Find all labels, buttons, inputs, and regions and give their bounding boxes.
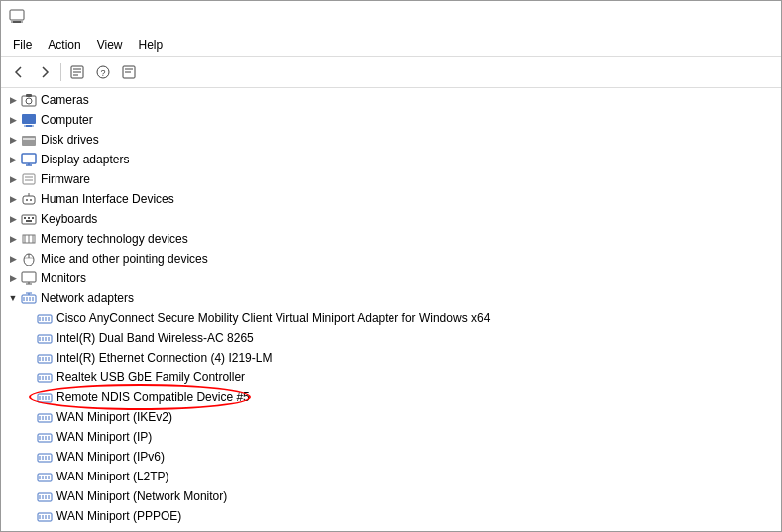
forward-button[interactable] xyxy=(33,60,56,84)
expand-arrow-realtek[interactable] xyxy=(21,370,37,385)
tree-item-wan-l2tp[interactable]: WAN Miniport (L2TP) xyxy=(1,467,781,486)
netcard-icon xyxy=(37,389,53,405)
expand-arrow-keyboards[interactable]: ▶ xyxy=(5,211,21,227)
tree-item-computer[interactable]: ▶Computer xyxy=(1,110,781,130)
item-label-hid: Human Interface Devices xyxy=(41,192,174,206)
expand-arrow-wan-ikev2[interactable] xyxy=(21,409,37,425)
expand-arrow-intel-wifi[interactable] xyxy=(21,330,37,346)
item-label-intel-eth: Intel(R) Ethernet Connection (4) I219-LM xyxy=(56,351,272,365)
expand-arrow-firmware[interactable]: ▶ xyxy=(5,171,21,187)
netcard-icon xyxy=(37,429,53,445)
expand-arrow-mice[interactable]: ▶ xyxy=(5,251,21,266)
tree-item-realtek[interactable]: Realtek USB GbE Family Controller xyxy=(1,368,781,387)
netcard-icon xyxy=(37,528,53,531)
expand-arrow-remote-ndis[interactable] xyxy=(21,389,37,405)
tree-item-cisco[interactable]: Cisco AnyConnect Secure Mobility Client … xyxy=(1,308,781,328)
camera-icon xyxy=(21,92,37,108)
tree-item-hid[interactable]: ▶Human Interface Devices xyxy=(1,189,781,209)
forward-icon xyxy=(38,65,52,79)
netcard-icon xyxy=(37,488,53,504)
tree-item-wan-pppoe[interactable]: WAN Miniport (PPPOE) xyxy=(1,506,781,526)
expand-arrow-display-adapters[interactable]: ▶ xyxy=(5,152,21,167)
expand-arrow-wan-pppoe[interactable] xyxy=(21,508,37,524)
svg-text:?: ? xyxy=(100,68,105,78)
tree-item-firmware[interactable]: ▶Firmware xyxy=(1,169,781,189)
hid-icon xyxy=(21,191,37,207)
tree-item-disk-drives[interactable]: ▶Disk drives xyxy=(1,130,781,150)
minimize-button[interactable] xyxy=(636,1,682,33)
computer-icon xyxy=(21,112,37,128)
item-label-disk-drives: Disk drives xyxy=(41,133,99,147)
item-label-cameras: Cameras xyxy=(41,93,89,107)
properties-button[interactable] xyxy=(65,60,89,84)
update-icon xyxy=(122,65,136,79)
menu-view[interactable]: View xyxy=(89,35,131,54)
back-icon xyxy=(12,65,26,79)
tree-item-cameras[interactable]: ▶Cameras xyxy=(1,90,781,110)
tree-item-memory[interactable]: ▶Memory technology devices xyxy=(1,229,781,249)
menu-action[interactable]: Action xyxy=(40,35,88,54)
svg-rect-18 xyxy=(22,136,36,146)
expand-arrow-cisco[interactable] xyxy=(21,310,37,326)
item-label-wan-ikev2: WAN Miniport (IKEv2) xyxy=(56,410,172,424)
tree-item-wan-ip[interactable]: WAN Miniport (IP) xyxy=(1,427,781,447)
tree-item-display-adapters[interactable]: ▶Display adapters xyxy=(1,150,781,169)
tree-item-intel-wifi[interactable]: Intel(R) Dual Band Wireless-AC 8265 xyxy=(1,328,781,348)
netcard-icon xyxy=(37,350,53,366)
expand-arrow-monitors[interactable]: ▶ xyxy=(5,270,21,286)
tree-item-monitors[interactable]: ▶Monitors xyxy=(1,268,781,288)
tree-item-wan-ipv6[interactable]: WAN Miniport (IPv6) xyxy=(1,447,781,467)
tree-item-mice[interactable]: ▶Mice and other pointing devices xyxy=(1,249,781,268)
item-label-wan-pptp: WAN Miniport (PPTP) xyxy=(56,529,171,531)
tree-item-remote-ndis[interactable]: Remote NDIS Compatible Device #5 xyxy=(1,387,781,407)
expand-arrow-intel-eth[interactable] xyxy=(21,350,37,366)
expand-arrow-hid[interactable]: ▶ xyxy=(5,191,21,207)
tree-item-network[interactable]: ▼Network adapters xyxy=(1,288,781,308)
expand-arrow-memory[interactable]: ▶ xyxy=(5,231,21,247)
item-label-wan-ip: WAN Miniport (IP) xyxy=(56,430,152,444)
maximize-button[interactable] xyxy=(682,1,727,33)
help-button[interactable]: ? xyxy=(91,60,115,84)
expand-arrow-cameras[interactable]: ▶ xyxy=(5,92,21,108)
menu-help[interactable]: Help xyxy=(131,35,171,54)
expand-arrow-wan-l2tp[interactable] xyxy=(21,469,37,484)
expand-arrow-wan-ipv6[interactable] xyxy=(21,449,37,465)
tree-item-wan-ikev2[interactable]: WAN Miniport (IKEv2) xyxy=(1,407,781,427)
item-label-wan-pppoe: WAN Miniport (PPPOE) xyxy=(56,509,181,523)
tree-item-wan-pptp[interactable]: WAN Miniport (PPTP) xyxy=(1,526,781,531)
close-button[interactable] xyxy=(727,1,773,33)
svg-rect-30 xyxy=(22,215,36,224)
menu-bar: File Action View Help xyxy=(1,33,781,57)
app-icon xyxy=(9,9,25,25)
back-button[interactable] xyxy=(7,60,31,84)
svg-rect-0 xyxy=(10,10,24,20)
tree-item-wan-monitor[interactable]: WAN Miniport (Network Monitor) xyxy=(1,486,781,506)
monitor-icon xyxy=(21,270,37,286)
svg-point-28 xyxy=(30,199,32,201)
netcard-icon xyxy=(37,409,53,425)
netcard-icon xyxy=(37,310,53,326)
tree-item-intel-eth[interactable]: Intel(R) Ethernet Connection (4) I219-LM xyxy=(1,348,781,368)
keyboard-icon xyxy=(21,211,37,227)
item-label-network: Network adapters xyxy=(41,291,134,305)
title-bar-left xyxy=(9,9,31,25)
device-tree[interactable]: ▶Cameras▶Computer▶Disk drives▶Display ad… xyxy=(1,88,781,531)
expand-arrow-wan-monitor[interactable] xyxy=(21,488,37,504)
item-label-intel-wifi: Intel(R) Dual Band Wireless-AC 8265 xyxy=(56,331,254,345)
item-label-wan-l2tp: WAN Miniport (L2TP) xyxy=(56,470,169,483)
expand-arrow-computer[interactable]: ▶ xyxy=(5,112,21,128)
toolbar-separator-1 xyxy=(60,63,61,81)
expand-arrow-network[interactable]: ▼ xyxy=(5,290,21,306)
svg-rect-34 xyxy=(26,220,32,222)
menu-file[interactable]: File xyxy=(5,35,40,54)
tree-item-keyboards[interactable]: ▶Keyboards xyxy=(1,209,781,229)
expand-arrow-wan-ip[interactable] xyxy=(21,429,37,445)
title-bar xyxy=(1,1,781,33)
expand-arrow-wan-pptp[interactable] xyxy=(21,528,37,531)
mice-icon xyxy=(21,251,37,266)
expand-arrow-disk-drives[interactable]: ▶ xyxy=(5,132,21,148)
svg-rect-20 xyxy=(22,154,36,163)
update-button[interactable] xyxy=(117,60,141,84)
svg-point-13 xyxy=(26,98,32,104)
item-label-firmware: Firmware xyxy=(41,172,90,186)
